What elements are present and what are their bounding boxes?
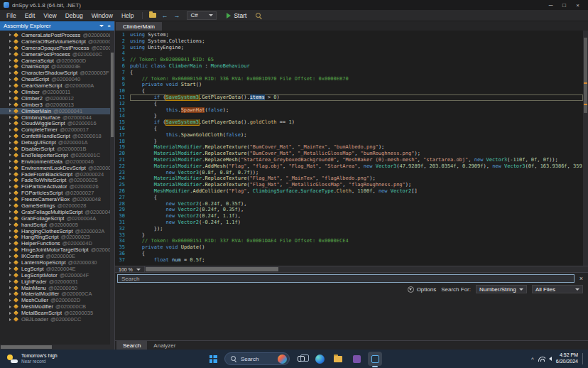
expander-icon[interactable] xyxy=(9,173,11,175)
tree-item-CameraOffsetVolumeScript[interactable]: CameraOffsetVolumeScript@02000009 xyxy=(0,38,110,45)
expander-icon[interactable] xyxy=(9,85,11,87)
tree-item-EndTeleporterScript[interactable]: EndTeleporterScript@0200001C xyxy=(0,152,110,158)
code-line-33[interactable]: 33 } xyxy=(115,232,583,239)
tree-item-handScript[interactable]: handScript@02000005 xyxy=(0,222,110,228)
tree-item-CameraLatePostProcess[interactable]: CameraLatePostProcess@02000008 xyxy=(0,32,110,38)
tree-item-MaterialModifier[interactable]: MaterialModifier@020000CA xyxy=(0,291,110,298)
expander-icon[interactable] xyxy=(9,261,11,264)
menu-help[interactable]: Help xyxy=(117,11,138,21)
code-line-22[interactable]: 22 MaterialModifier.AddMesh("Flag", "fla… xyxy=(115,163,583,170)
tree-vertical-scrollbar[interactable] xyxy=(110,31,114,345)
expander-icon[interactable] xyxy=(9,274,11,276)
clock[interactable]: 4:52 PM 6/20/2024 xyxy=(556,352,578,365)
tree-item-EnvironmentLookDevScript[interactable]: EnvironmentLookDevScript@02000047 xyxy=(0,165,110,171)
tree-item-MeshCuller[interactable]: MeshCuller@0200002D xyxy=(0,297,110,303)
tab-climbermain[interactable]: ClimberMain xyxy=(116,22,162,31)
maximize-button[interactable]: □ xyxy=(557,1,571,10)
expander-icon[interactable] xyxy=(9,198,11,201)
tree-item-MeshModifier[interactable]: MeshModifier@020000CB xyxy=(0,303,110,310)
show-desktop-button[interactable] xyxy=(582,353,584,364)
tree-item-Climber3[interactable]: Climber3@02000013 xyxy=(0,102,110,108)
tree-item-CheatScript[interactable]: CheatScript@02000040 xyxy=(0,76,110,82)
code-line-16[interactable]: 16 { xyxy=(115,126,583,132)
code-line-29[interactable]: 29 new Vector2(0.24f, 0.35f), xyxy=(115,207,583,213)
expander-icon[interactable] xyxy=(9,90,11,93)
code-line-27[interactable]: 27 { xyxy=(115,195,583,201)
menu-edit[interactable]: Edit xyxy=(21,11,40,21)
task-view-button[interactable] xyxy=(294,352,308,366)
tree-item-ClimbingSurface[interactable]: ClimbingSurface@02000044 xyxy=(0,114,110,121)
menu-view[interactable]: View xyxy=(39,11,60,21)
tree-item-ConfettiHandleScript[interactable]: ConfettiHandleScript@02000018 xyxy=(0,133,110,139)
expander-icon[interactable] xyxy=(9,59,11,62)
tree-item-GrabFoliageScript[interactable]: GrabFoliageScript@0200004A xyxy=(0,215,110,222)
code-editor[interactable]: 1using System;2using System.Collections;… xyxy=(115,31,588,266)
code-line-31[interactable]: 31 new Vector2(-0.24f, 1.1f) xyxy=(115,220,583,226)
dnspy-taskbar-button[interactable] xyxy=(368,352,382,366)
expander-icon[interactable] xyxy=(9,286,11,289)
expander-icon[interactable] xyxy=(9,185,11,188)
code-line-15[interactable]: 15 if (SaveSystem3.GetPlayerData().goldC… xyxy=(115,119,583,126)
code-line-20[interactable]: 20 MaterialModifier.ReplaceTexture("BumC… xyxy=(115,151,583,157)
code-line-11[interactable]: 11 if (SaveSystem3.GetPlayerData().items… xyxy=(115,94,583,101)
tree-item-HangRingScript[interactable]: HangRingScript@02000023 xyxy=(0,234,110,241)
expander-icon[interactable] xyxy=(9,267,11,270)
tree-item-Climber2[interactable]: Climber2@02000012 xyxy=(0,95,110,102)
navigate-forward-icon[interactable]: → xyxy=(171,11,182,20)
hidden-icons-chevron[interactable]: ^ xyxy=(531,356,534,362)
tree-item-OBJLoader[interactable]: OBJLoader@020000CC xyxy=(0,316,110,323)
expander-icon[interactable] xyxy=(9,53,11,55)
tree-item-HangingClothesScript[interactable]: HangingClothesScript@0200002A xyxy=(0,228,110,234)
tree-item-CompleteTimer[interactable]: CompleteTimer@02000017 xyxy=(0,126,110,133)
editor-horizontal-scrollbar[interactable] xyxy=(145,266,588,272)
expander-icon[interactable] xyxy=(9,318,11,321)
tree-item-HingeJointMotorTargetScript[interactable]: HingeJointMotorTargetScript@0200002C xyxy=(0,247,110,253)
tree-item-MetalBeamScript[interactable]: MetalBeamScript@02000035 xyxy=(0,310,110,316)
code-line-13[interactable]: 13 this.SpawnHat(false); xyxy=(115,107,583,114)
taskbar-search[interactable]: Search xyxy=(224,352,290,365)
code-line-9[interactable]: 9 private void Start() xyxy=(115,82,583,88)
scrollbar-thumb[interactable] xyxy=(146,267,278,271)
open-file-icon[interactable] xyxy=(147,11,158,20)
code-line-34[interactable]: 34 // Token: 0x06000151 RID: 337 RVA: 0x… xyxy=(115,238,583,244)
tree-item-LanternRopeScript[interactable]: LanternRopeScript@02000030 xyxy=(0,259,110,266)
file-explorer-button[interactable] xyxy=(331,352,345,366)
tree-item-LightFader[interactable]: LightFader@02000031 xyxy=(0,278,110,285)
expander-icon[interactable] xyxy=(9,229,11,232)
code-line-21[interactable]: 21 MaterialModifier.ReplaceMesh("StartAr… xyxy=(115,157,583,163)
expander-icon[interactable] xyxy=(9,204,11,207)
expander-icon[interactable] xyxy=(9,192,11,195)
tree-item-ClearGameScript[interactable]: ClearGameScript@0200000A xyxy=(0,82,110,89)
code-line-5[interactable]: 5// Token: 0x02000041 RID: 65 xyxy=(115,57,583,63)
expander-icon[interactable] xyxy=(9,135,11,138)
code-line-6[interactable]: 6public class ClimberMain : MonoBehaviou… xyxy=(115,63,583,70)
expander-icon[interactable] xyxy=(9,109,11,112)
code-line-14[interactable]: 14 } xyxy=(115,113,583,119)
expander-icon[interactable] xyxy=(9,166,11,169)
language-selector[interactable]: C# xyxy=(187,11,217,20)
options-expander[interactable]: Options xyxy=(408,286,437,293)
tree-item-CameraScript[interactable]: CameraScript@0200000D xyxy=(0,58,110,64)
expander-icon[interactable] xyxy=(9,223,11,226)
code-line-37[interactable]: 37 float num = 0.5f; xyxy=(115,257,583,264)
tree-item-GameSettings[interactable]: GameSettings@02000028 xyxy=(0,202,110,209)
expander-icon[interactable] xyxy=(9,147,11,150)
code-line-28[interactable]: 28 new Vector2(-0.24f, 0.35f), xyxy=(115,201,583,207)
expander-icon[interactable] xyxy=(9,280,11,283)
expander-icon[interactable] xyxy=(9,33,11,36)
code-line-25[interactable]: 25 MaterialModifier.ReplaceTexture("Flag… xyxy=(115,182,583,188)
expander-icon[interactable] xyxy=(9,210,11,213)
menu-debug[interactable]: Debug xyxy=(61,11,87,21)
tree-item-EnvironmentData[interactable]: EnvironmentData@02000046 xyxy=(0,158,110,165)
tree-item-FadeFromBlackScript[interactable]: FadeFromBlackScript@02000024 xyxy=(0,171,110,178)
expander-icon[interactable] xyxy=(9,299,11,302)
code-line-2[interactable]: 2using System.Collections; xyxy=(115,38,583,45)
menu-file[interactable]: File xyxy=(2,11,21,21)
start-debug-button[interactable]: Start xyxy=(222,11,251,20)
tree-item-CameraOpaquePostProcess[interactable]: CameraOpaquePostProcess@0200000B xyxy=(0,45,110,51)
code-line-4[interactable]: 4 xyxy=(115,50,583,57)
expander-icon[interactable] xyxy=(9,129,11,131)
code-line-7[interactable]: 7{ xyxy=(115,70,583,76)
tree-item-LegScript[interactable]: LegScript@0200004E xyxy=(0,266,110,272)
expander-icon[interactable] xyxy=(9,40,11,43)
